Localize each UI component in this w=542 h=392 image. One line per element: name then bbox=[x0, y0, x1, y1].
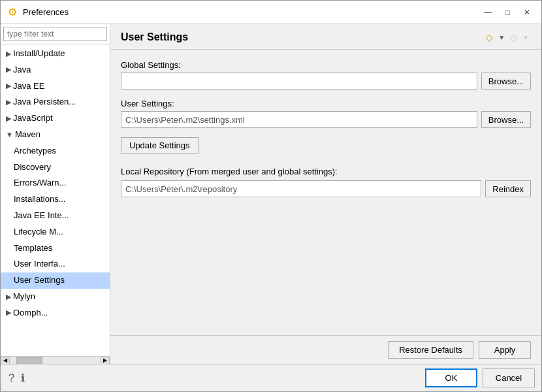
minimize-button[interactable]: — bbox=[479, 5, 497, 20]
expand-icon: ▼ bbox=[6, 129, 13, 141]
sidebar-item-label: Installations... bbox=[14, 193, 66, 206]
close-button[interactable]: ✕ bbox=[518, 5, 536, 20]
sidebar-item-label: Java bbox=[13, 63, 31, 77]
sidebar-item-label: Archetypes bbox=[14, 144, 56, 158]
expand-icon: ▶ bbox=[6, 64, 11, 76]
sidebar-item-label: Templates bbox=[14, 242, 52, 255]
nav-icons: ◇ ▼ ◇ ▼ bbox=[484, 31, 531, 44]
sidebar-item-user-settings[interactable]: User Settings bbox=[1, 272, 110, 289]
sidebar-item-label: Install/Update bbox=[13, 47, 65, 61]
content-title: User Settings bbox=[121, 31, 188, 43]
title-bar: ⚙ Preferences — □ ✕ bbox=[1, 1, 541, 24]
expand-icon: ▶ bbox=[6, 291, 11, 303]
sidebar-item-install-update[interactable]: ▶ Install/Update bbox=[1, 46, 110, 62]
forward-arrow-button[interactable]: ▼ bbox=[520, 33, 531, 42]
sidebar-item-label: Errors/Warn... bbox=[14, 176, 66, 190]
sidebar-tree: ▶ Install/Update ▶ Java ▶ Java EE ▶ Java… bbox=[1, 44, 110, 356]
sidebar-item-label: User Interfa... bbox=[14, 257, 65, 271]
cancel-button[interactable]: Cancel bbox=[483, 368, 535, 387]
search-input[interactable] bbox=[3, 27, 107, 41]
restore-defaults-button[interactable]: Restore Defaults bbox=[388, 341, 473, 359]
local-repo-input[interactable] bbox=[121, 180, 481, 197]
bottom-buttons: OK Cancel bbox=[425, 368, 535, 387]
window-controls: — □ ✕ bbox=[479, 5, 536, 20]
expand-icon: ▶ bbox=[6, 80, 11, 92]
preferences-window: ⚙ Preferences — □ ✕ ▶ Install/Update ▶ bbox=[0, 0, 542, 392]
scroll-left-button[interactable]: ◀ bbox=[1, 357, 10, 365]
user-settings-row: Browse... bbox=[121, 111, 531, 128]
sidebar-item-label: JavaScript bbox=[13, 112, 53, 125]
sidebar-item-label: Java EE bbox=[13, 80, 44, 93]
content-header: User Settings ◇ ▼ ◇ ▼ bbox=[110, 24, 541, 50]
global-settings-input[interactable] bbox=[121, 73, 477, 90]
sidebar-item-label: Java EE Inte... bbox=[14, 209, 69, 223]
global-settings-label: Global Settings: bbox=[121, 60, 531, 70]
sidebar-item-label: Oomph... bbox=[13, 306, 48, 320]
sidebar-item-maven[interactable]: ▼ Maven bbox=[1, 127, 110, 143]
sidebar-item-label: Mylyn bbox=[13, 290, 35, 304]
expand-icon: ▶ bbox=[6, 48, 11, 60]
scroll-right-button[interactable]: ▶ bbox=[101, 357, 110, 365]
sidebar-item-java-ee[interactable]: ▶ Java EE bbox=[1, 78, 110, 95]
app-icon: ⚙ bbox=[6, 6, 19, 19]
sidebar-item-java-persistence[interactable]: ▶ Java Persisten... bbox=[1, 94, 110, 110]
forward-nav-button[interactable]: ◇ bbox=[508, 31, 519, 44]
sidebar-item-templates[interactable]: Templates bbox=[1, 240, 110, 257]
content-area: User Settings ◇ ▼ ◇ ▼ Global Settings: B… bbox=[110, 24, 541, 364]
maximize-button[interactable]: □ bbox=[498, 5, 517, 20]
expand-icon: ▶ bbox=[6, 113, 11, 125]
expand-icon: ▶ bbox=[6, 307, 11, 319]
global-browse-button[interactable]: Browse... bbox=[481, 73, 531, 90]
expand-icon: ▶ bbox=[6, 97, 11, 108]
global-settings-row: Browse... bbox=[121, 73, 531, 90]
sidebar-item-label: Maven bbox=[15, 128, 40, 142]
local-repo-row: Reindex bbox=[121, 180, 531, 197]
back-arrow-button[interactable]: ▼ bbox=[496, 33, 507, 42]
bottom-icons: ? ℹ bbox=[7, 370, 26, 385]
action-bar: Restore Defaults Apply bbox=[110, 335, 541, 364]
help-button[interactable]: ? bbox=[7, 370, 16, 385]
apply-button[interactable]: Apply bbox=[479, 341, 531, 359]
sidebar-item-label: Lifecycle M... bbox=[14, 225, 63, 239]
main-area: ▶ Install/Update ▶ Java ▶ Java EE ▶ Java… bbox=[1, 24, 541, 364]
sidebar-item-java-ee-inte[interactable]: Java EE Inte... bbox=[1, 208, 110, 224]
content-body: Global Settings: Browse... User Settings… bbox=[110, 50, 541, 335]
bottom-bar: ? ℹ OK Cancel bbox=[1, 364, 541, 391]
reindex-button[interactable]: Reindex bbox=[485, 180, 531, 197]
update-settings-button[interactable]: Update Settings bbox=[121, 137, 199, 154]
sidebar-item-label: Discovery bbox=[14, 161, 51, 174]
info-button[interactable]: ℹ bbox=[20, 370, 26, 385]
sidebar-scrollbar: ◀ ▶ bbox=[1, 356, 110, 364]
sidebar-item-archetypes[interactable]: Archetypes bbox=[1, 143, 110, 159]
user-settings-input[interactable] bbox=[121, 111, 477, 128]
sidebar-item-mylyn[interactable]: ▶ Mylyn bbox=[1, 289, 110, 305]
sidebar-item-oomph[interactable]: ▶ Oomph... bbox=[1, 305, 110, 321]
sidebar-item-user-interface[interactable]: User Interfa... bbox=[1, 256, 110, 272]
search-box bbox=[1, 24, 110, 44]
ok-button[interactable]: OK bbox=[425, 368, 477, 387]
window-title: Preferences bbox=[23, 7, 479, 17]
sidebar: ▶ Install/Update ▶ Java ▶ Java EE ▶ Java… bbox=[1, 24, 110, 364]
scroll-thumb[interactable] bbox=[16, 357, 42, 365]
user-settings-label: User Settings: bbox=[121, 99, 531, 108]
sidebar-item-label: Java Persisten... bbox=[13, 95, 76, 109]
scroll-track bbox=[10, 357, 101, 365]
back-nav-button[interactable]: ◇ bbox=[484, 31, 495, 44]
sidebar-item-javascript[interactable]: ▶ JavaScript bbox=[1, 110, 110, 127]
sidebar-item-installations[interactable]: Installations... bbox=[1, 191, 110, 208]
sidebar-item-java[interactable]: ▶ Java bbox=[1, 62, 110, 78]
user-browse-button[interactable]: Browse... bbox=[481, 111, 531, 128]
sidebar-item-lifecycle-m[interactable]: Lifecycle M... bbox=[1, 224, 110, 240]
sidebar-item-label: User Settings bbox=[14, 274, 65, 287]
sidebar-item-discovery[interactable]: Discovery bbox=[1, 159, 110, 176]
sidebar-item-errors-warnings[interactable]: Errors/Warn... bbox=[1, 175, 110, 191]
local-repo-label: Local Repository (From merged user and g… bbox=[121, 167, 531, 176]
